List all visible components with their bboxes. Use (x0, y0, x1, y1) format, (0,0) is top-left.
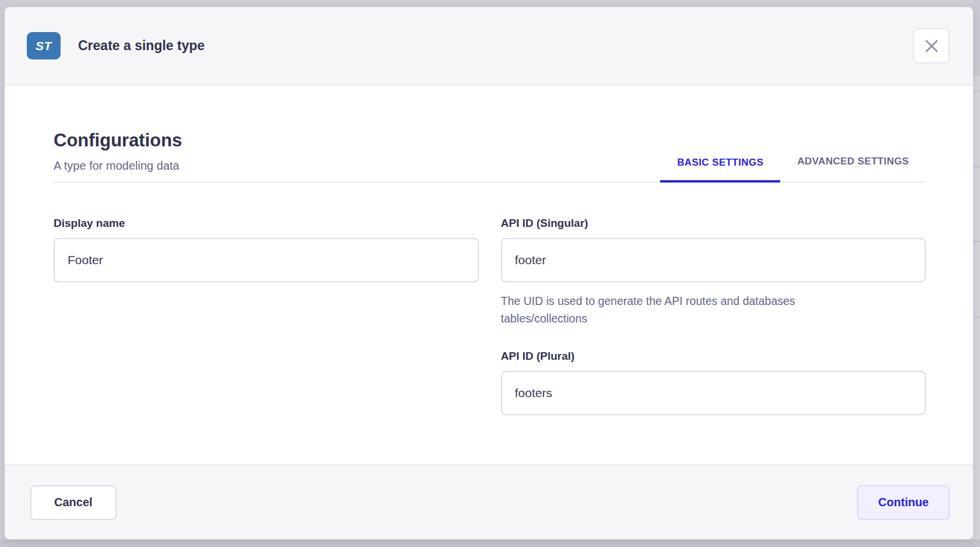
configuration-form: Display name API ID (Singular) The UID i… (54, 216, 926, 415)
close-icon (925, 39, 939, 53)
continue-button[interactable]: Continue (857, 485, 950, 520)
display-name-label: Display name (54, 216, 479, 230)
display-name-input[interactable] (54, 238, 479, 282)
configurations-header-row: Configurations A type for modeling data … (54, 86, 926, 183)
create-single-type-modal: ST Create a single type Configurations A… (5, 7, 973, 539)
api-id-singular-hint: The UID is used to generate the API rout… (501, 292, 874, 327)
single-type-badge-label: ST (36, 39, 52, 53)
display-name-field: Display name (54, 216, 479, 282)
modal-body: Configurations A type for modeling data … (5, 86, 973, 464)
form-left-column: Display name (54, 216, 479, 415)
background-page-bottom-edge (0, 539, 980, 547)
modal-header: ST Create a single type (5, 7, 973, 86)
api-id-singular-field: API ID (Singular) The UID is used to gen… (501, 216, 926, 327)
api-id-singular-label: API ID (Singular) (501, 216, 926, 230)
tab-basic-settings[interactable]: BASIC SETTINGS (660, 157, 780, 183)
form-right-column: API ID (Singular) The UID is used to gen… (501, 216, 926, 415)
modal-footer: Cancel Continue (5, 464, 973, 539)
api-id-plural-field: API ID (Plural) (501, 349, 926, 415)
tab-advanced-settings[interactable]: ADVANCED SETTINGS (780, 156, 926, 181)
modal-title: Create a single type (78, 38, 913, 54)
settings-tabs: BASIC SETTINGS ADVANCED SETTINGS (660, 156, 926, 181)
api-id-plural-input[interactable] (501, 371, 926, 415)
cancel-button[interactable]: Cancel (30, 485, 117, 520)
single-type-badge: ST (27, 32, 61, 59)
api-id-singular-input[interactable] (501, 238, 926, 282)
section-heading: Configurations (54, 128, 182, 153)
close-button[interactable] (913, 28, 950, 64)
api-id-plural-label: API ID (Plural) (501, 349, 926, 363)
configurations-titles: Configurations A type for modeling data (54, 128, 182, 181)
background-page-right-edge (973, 0, 980, 547)
section-subheading: A type for modeling data (54, 157, 182, 174)
